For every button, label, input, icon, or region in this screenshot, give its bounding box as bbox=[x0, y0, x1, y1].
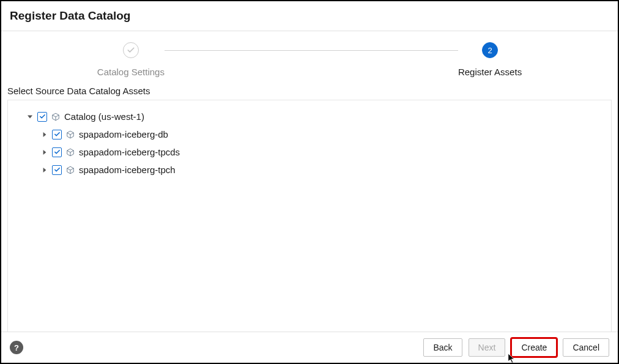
asset-tree-panel: Catalog (us-west-1) spapadom-iceberg-db … bbox=[7, 100, 612, 340]
svg-marker-0 bbox=[28, 115, 32, 118]
tree-node-label: spapadom-iceberg-db bbox=[79, 129, 168, 139]
collapse-toggle[interactable] bbox=[26, 113, 34, 121]
svg-marker-1 bbox=[43, 132, 46, 137]
database-icon bbox=[65, 147, 75, 157]
checkbox[interactable] bbox=[52, 147, 62, 157]
next-button: Next bbox=[469, 338, 506, 357]
dialog-header: Register Data Catalog bbox=[1, 1, 618, 31]
create-button[interactable]: Create bbox=[511, 338, 557, 357]
checkbox[interactable] bbox=[37, 112, 47, 122]
step-catalog-settings[interactable]: Catalog Settings bbox=[97, 42, 165, 77]
check-icon bbox=[54, 131, 61, 138]
check-icon bbox=[127, 46, 135, 54]
tree-node-child[interactable]: spapadom-iceberg-db bbox=[14, 125, 605, 143]
help-button[interactable]: ? bbox=[10, 341, 23, 354]
svg-marker-2 bbox=[43, 150, 46, 155]
check-icon bbox=[54, 166, 61, 173]
dialog-title: Register Data Catalog bbox=[10, 9, 609, 23]
svg-marker-3 bbox=[43, 168, 46, 173]
check-icon bbox=[54, 149, 61, 155]
database-icon bbox=[65, 165, 75, 175]
step-register-assets[interactable]: 2 Register Assets bbox=[458, 42, 522, 77]
dialog-footer: ? Back Next Create Cancel bbox=[1, 332, 618, 363]
check-icon bbox=[39, 113, 46, 120]
step-connector bbox=[165, 50, 458, 51]
expand-toggle[interactable] bbox=[41, 131, 48, 138]
step-label: Register Assets bbox=[458, 67, 522, 77]
chevron-right-icon bbox=[42, 132, 47, 137]
tree-node-child[interactable]: spapadom-iceberg-tpcds bbox=[14, 143, 605, 161]
tree-node-root[interactable]: Catalog (us-west-1) bbox=[14, 108, 605, 125]
tree-node-label: Catalog (us-west-1) bbox=[64, 111, 144, 122]
database-icon bbox=[65, 130, 75, 139]
wizard-stepper: Catalog Settings 2 Register Assets bbox=[1, 31, 618, 82]
step-label: Catalog Settings bbox=[97, 67, 165, 77]
tree-node-label: spapadom-iceberg-tpcds bbox=[79, 147, 180, 157]
tree-node-label: spapadom-iceberg-tpch bbox=[79, 165, 176, 175]
expand-toggle[interactable] bbox=[41, 166, 48, 174]
catalog-icon bbox=[51, 112, 61, 122]
tree-node-child[interactable]: spapadom-iceberg-tpch bbox=[14, 161, 605, 179]
expand-toggle[interactable] bbox=[41, 149, 48, 156]
chevron-right-icon bbox=[42, 168, 47, 173]
back-button[interactable]: Back bbox=[423, 338, 462, 357]
chevron-down-icon bbox=[28, 114, 32, 119]
step-circle-active: 2 bbox=[482, 42, 498, 58]
chevron-right-icon bbox=[42, 150, 47, 155]
checkbox[interactable] bbox=[52, 130, 62, 139]
checkbox[interactable] bbox=[52, 165, 62, 175]
cancel-button[interactable]: Cancel bbox=[563, 338, 609, 357]
step-circle-done bbox=[123, 42, 139, 58]
footer-buttons: Back Next Create Cancel bbox=[423, 338, 609, 357]
section-label: Select Source Data Catalog Assets bbox=[1, 82, 618, 100]
